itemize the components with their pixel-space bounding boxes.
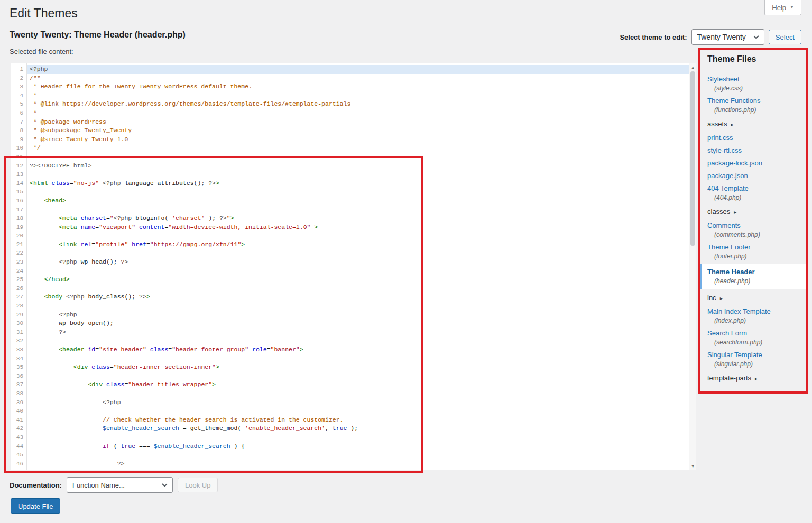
theme-file-item[interactable]: Theme Footer(footer.php) [700, 241, 806, 263]
theme-file-item[interactable]: classes▸ [700, 204, 806, 219]
code-line[interactable]: 24 [11, 267, 689, 276]
theme-file-link[interactable]: Search Form [707, 329, 747, 337]
code-line[interactable]: 34 [11, 354, 689, 363]
code-line[interactable]: 3 * Header file for the Twenty Twenty Wo… [11, 82, 689, 91]
help-button[interactable]: Help ▼ [764, 0, 801, 15]
theme-file-item[interactable]: Singular Template(singular.php) [700, 349, 806, 370]
code-line[interactable]: 45 [11, 451, 689, 460]
code-line[interactable]: 26 [11, 284, 689, 293]
line-content[interactable] [27, 302, 689, 311]
code-line[interactable]: 4 * [11, 91, 689, 100]
line-content[interactable]: * [27, 91, 689, 100]
line-content[interactable] [27, 206, 689, 214]
code-line[interactable]: 29 <?php [11, 311, 689, 320]
code-line[interactable]: 42 $enable_header_search = get_theme_mod… [11, 424, 689, 433]
line-content[interactable]: ?> [27, 328, 689, 337]
code-line[interactable]: 8 * @subpackage Twenty_Twenty [11, 126, 689, 135]
scroll-down-icon[interactable]: ▼ [689, 463, 696, 470]
line-content[interactable] [27, 451, 689, 460]
line-content[interactable]: <html class="no-js" <?php language_attri… [27, 179, 689, 188]
line-content[interactable]: <?php [27, 398, 689, 407]
theme-file-link[interactable]: Theme Header [707, 268, 755, 276]
line-content[interactable]: /** [27, 74, 689, 83]
theme-file-link[interactable]: Stylesheet [707, 75, 740, 83]
theme-file-link[interactable]: assets [707, 120, 727, 128]
code-line[interactable]: 38 [11, 389, 689, 398]
line-content[interactable] [27, 468, 689, 470]
code-line[interactable]: 41 // Check whether the header search is… [11, 416, 689, 425]
line-content[interactable] [27, 170, 689, 179]
line-content[interactable] [27, 267, 689, 276]
code-line[interactable]: 40 [11, 407, 689, 416]
code-line[interactable]: 28 [11, 302, 689, 311]
code-line[interactable]: 2/** [11, 74, 689, 83]
line-content[interactable] [27, 407, 689, 416]
theme-file-item[interactable]: Search Form(searchform.php) [700, 327, 806, 349]
editor-scrollbar[interactable]: ▲ ▼ [689, 63, 696, 470]
scrollbar-thumb[interactable] [690, 71, 695, 246]
theme-file-link[interactable]: 404 Template [707, 184, 749, 192]
theme-file-item[interactable]: package.json [700, 170, 806, 182]
theme-file-link[interactable]: Comments [707, 221, 741, 229]
theme-file-link[interactable]: template-parts [707, 374, 751, 382]
code-line[interactable]: 17 [11, 206, 689, 214]
code-line[interactable]: 43 [11, 433, 689, 442]
line-content[interactable] [27, 337, 689, 345]
code-line[interactable]: 11 [11, 153, 689, 162]
theme-file-link[interactable]: templates [707, 389, 737, 391]
line-content[interactable]: <link rel="profile" href="https://gmpg.o… [27, 240, 689, 249]
line-content[interactable]: </head> [27, 275, 689, 284]
theme-file-item[interactable]: inc▸ [700, 290, 806, 305]
update-file-button[interactable]: Update File [11, 498, 60, 514]
code-line[interactable]: 16 <head> [11, 197, 689, 206]
line-content[interactable]: * @link https://developer.wordpress.org/… [27, 100, 689, 109]
theme-file-item[interactable]: template-parts▸ [700, 370, 806, 386]
line-content[interactable] [27, 389, 689, 398]
code-line[interactable]: 6 * [11, 109, 689, 118]
code-line[interactable]: 44 if ( true === $enable_header_search )… [11, 442, 689, 451]
line-content[interactable]: ?> [27, 460, 689, 469]
code-line[interactable]: 35 <div class="header-inner section-inne… [11, 363, 689, 372]
line-content[interactable]: <div class="header-inner section-inner"> [27, 363, 689, 372]
theme-file-item[interactable]: package-lock.json [700, 157, 806, 170]
code-line[interactable]: 13 [11, 170, 689, 179]
code-line[interactable]: 33 <header id="site-header" class="heade… [11, 345, 689, 354]
line-content[interactable] [27, 284, 689, 293]
theme-file-link[interactable]: style-rtl.css [707, 146, 742, 154]
theme-file-item[interactable]: print.css [700, 132, 806, 144]
line-content[interactable] [27, 354, 689, 363]
line-content[interactable]: <meta name="viewport" content="width=dev… [27, 223, 689, 232]
code-line[interactable]: 19 <meta name="viewport" content="width=… [11, 223, 689, 232]
theme-file-link[interactable]: package.json [707, 172, 748, 180]
code-line[interactable]: 10 */ [11, 144, 689, 153]
line-content[interactable]: if ( true === $enable_header_search ) { [27, 442, 689, 451]
line-content[interactable]: <head> [27, 197, 689, 206]
code-line[interactable]: 12?><!DOCTYPE html> [11, 162, 689, 171]
line-content[interactable]: <body <?php body_class(); ?>> [27, 293, 689, 302]
theme-file-link[interactable]: Main Index Template [707, 307, 771, 315]
code-line[interactable]: 37 <div class="header-titles-wrapper"> [11, 380, 689, 389]
code-line[interactable]: 47 [11, 468, 689, 470]
code-line[interactable]: 21 <link rel="profile" href="https://gmp… [11, 240, 689, 249]
theme-file-link[interactable]: Singular Template [707, 351, 762, 359]
code-line[interactable]: 25 </head> [11, 275, 689, 284]
theme-file-item[interactable]: Stylesheet(style.css) [700, 73, 806, 95]
line-content[interactable] [27, 153, 689, 162]
theme-file-item[interactable]: Main Index Template(index.php) [700, 305, 806, 327]
line-content[interactable]: * @package WordPress [27, 118, 689, 127]
theme-file-link[interactable]: inc [707, 294, 716, 302]
line-content[interactable]: <?php wp_head(); ?> [27, 258, 689, 267]
code-line[interactable]: 7 * @package WordPress [11, 118, 689, 127]
line-content[interactable]: $enable_header_search = get_theme_mod( '… [27, 424, 689, 433]
theme-file-link[interactable]: Theme Functions [707, 97, 760, 105]
line-content[interactable]: * @since Twenty Twenty 1.0 [27, 135, 689, 144]
line-content[interactable]: ?><!DOCTYPE html> [27, 162, 689, 171]
theme-file-item[interactable]: Theme Header(header.php) [700, 264, 806, 289]
line-content[interactable] [27, 231, 689, 240]
code-line[interactable]: 27 <body <?php body_class(); ?>> [11, 293, 689, 302]
code-lines[interactable]: 1<?php2/**3 * Header file for the Twenty… [11, 63, 689, 470]
code-line[interactable]: 32 [11, 337, 689, 345]
line-content[interactable] [27, 249, 689, 258]
code-line[interactable]: 46 ?> [11, 460, 689, 469]
code-line[interactable]: 9 * @since Twenty Twenty 1.0 [11, 135, 689, 144]
